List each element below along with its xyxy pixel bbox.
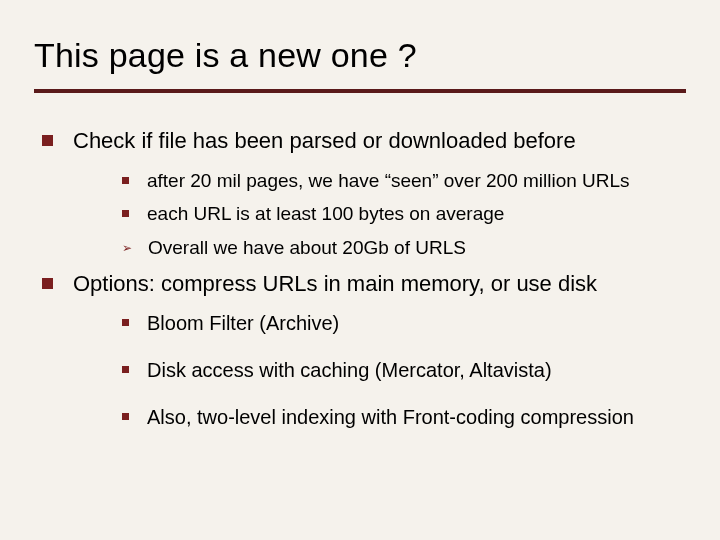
square-bullet-icon (122, 413, 129, 420)
bullet-list: Options: compress URLs in main memory, o… (42, 270, 686, 298)
list-item-text: Bloom Filter (Archive) (147, 311, 339, 336)
title-underline (34, 89, 686, 93)
sub-bullet-list: Bloom Filter (Archive) Disk access with … (122, 311, 686, 430)
square-bullet-icon (42, 278, 53, 289)
sub-bullet-list: after 20 mil pages, we have “seen” over … (122, 169, 686, 260)
slide-title: This page is a new one ? (34, 36, 686, 75)
list-item: Check if file has been parsed or downloa… (42, 127, 686, 155)
slide: This page is a new one ? Check if file h… (0, 0, 720, 540)
list-item: Bloom Filter (Archive) (122, 311, 686, 336)
square-bullet-icon (122, 177, 129, 184)
square-bullet-icon (122, 210, 129, 217)
list-item-text: Check if file has been parsed or downloa… (73, 127, 576, 155)
list-item-text: Options: compress URLs in main memory, o… (73, 270, 597, 298)
list-item-text: Disk access with caching (Mercator, Alta… (147, 358, 552, 383)
bullet-list: Check if file has been parsed or downloa… (42, 127, 686, 155)
list-item-text: Also, two-level indexing with Front-codi… (147, 405, 634, 430)
list-item: Also, two-level indexing with Front-codi… (122, 405, 686, 430)
square-bullet-icon (122, 319, 129, 326)
square-bullet-icon (42, 135, 53, 146)
list-item: ➢ Overall we have about 20Gb of URLS (122, 236, 686, 260)
square-bullet-icon (122, 366, 129, 373)
arrow-bullet-icon: ➢ (122, 242, 132, 254)
list-item: each URL is at least 100 bytes on averag… (122, 202, 686, 226)
list-item-text: each URL is at least 100 bytes on averag… (147, 202, 504, 226)
list-item: Disk access with caching (Mercator, Alta… (122, 358, 686, 383)
list-item-text: Overall we have about 20Gb of URLS (148, 236, 466, 260)
list-item: after 20 mil pages, we have “seen” over … (122, 169, 686, 193)
list-item: Options: compress URLs in main memory, o… (42, 270, 686, 298)
list-item-text: after 20 mil pages, we have “seen” over … (147, 169, 630, 193)
